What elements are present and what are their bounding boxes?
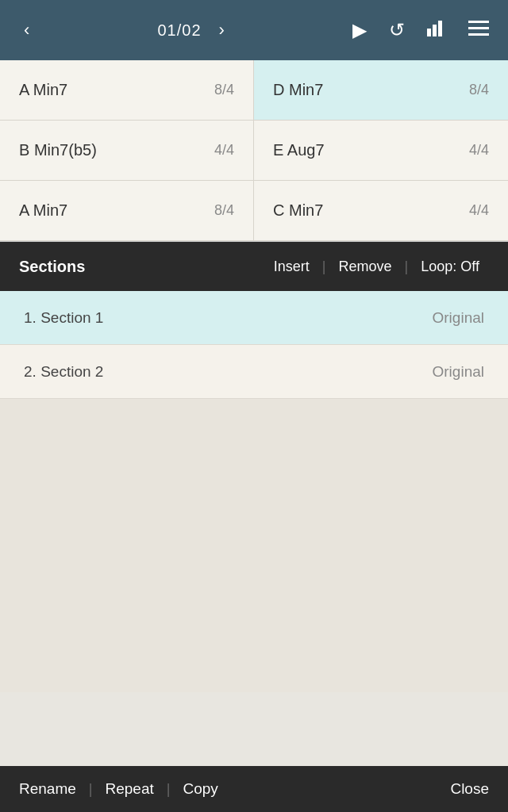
svg-rect-4: [468, 27, 489, 29]
play-button[interactable]: ▶: [352, 19, 367, 41]
chord-cell-0[interactable]: A Min7 8/4: [0, 60, 254, 121]
section-label-0: 1. Section 1: [24, 309, 103, 327]
chord-cell-5[interactable]: C Min7 4/4: [254, 181, 508, 241]
loop-toggle[interactable]: Loop: Off: [411, 259, 489, 275]
chord-time-3: 4/4: [469, 142, 489, 159]
chord-cell-1[interactable]: D Min7 8/4: [254, 60, 508, 121]
top-action-buttons: ▶ ↺: [352, 19, 489, 41]
chord-name-3: E Aug7: [273, 141, 325, 159]
chord-name-5: C Min7: [273, 201, 323, 220]
sections-action-buttons: Insert | Remove | Loop: Off: [264, 259, 489, 275]
chord-name-1: D Min7: [273, 81, 323, 99]
next-page-button[interactable]: ›: [214, 15, 229, 45]
sections-empty-area: [0, 399, 508, 692]
chord-name-0: A Min7: [19, 81, 67, 99]
prev-page-button[interactable]: ‹: [19, 15, 34, 45]
svg-rect-0: [427, 29, 431, 36]
page-indicator: 01/02: [157, 21, 201, 40]
chord-time-5: 4/4: [469, 202, 489, 219]
sections-title: Sections: [19, 258, 264, 276]
section-item-0[interactable]: 1. Section 1 Original: [0, 291, 508, 345]
chord-cell-2[interactable]: B Min7(b5) 4/4: [0, 121, 254, 181]
sections-header: Sections Insert | Remove | Loop: Off: [0, 242, 508, 291]
chord-name-4: A Min7: [19, 201, 67, 220]
svg-rect-5: [468, 33, 489, 36]
chord-grid: A Min7 8/4 D Min7 8/4 B Min7(b5) 4/4 E A…: [0, 60, 508, 242]
section-label-1: 2. Section 2: [24, 363, 103, 381]
chord-time-1: 8/4: [469, 82, 489, 98]
divider-2: |: [402, 259, 412, 275]
chord-cell-3[interactable]: E Aug7 4/4: [254, 121, 508, 181]
repeat-button[interactable]: Repeat: [106, 780, 154, 798]
svg-rect-3: [468, 21, 489, 23]
chord-cell-4[interactable]: A Min7 8/4: [0, 181, 254, 241]
remove-button[interactable]: Remove: [329, 259, 402, 275]
section-type-1: Original: [433, 363, 484, 381]
undo-button[interactable]: ↺: [389, 19, 405, 41]
rename-button[interactable]: Rename: [19, 780, 76, 798]
chord-name-2: B Min7(b5): [19, 141, 97, 159]
svg-rect-2: [438, 21, 442, 36]
chord-time-0: 8/4: [214, 82, 234, 98]
section-type-0: Original: [433, 309, 484, 327]
svg-rect-1: [433, 25, 437, 36]
stats-icon[interactable]: [427, 19, 446, 41]
section-item-1[interactable]: 2. Section 2 Original: [0, 345, 508, 399]
copy-button[interactable]: Copy: [183, 780, 217, 798]
sections-list: 1. Section 1 Original 2. Section 2 Origi…: [0, 291, 508, 399]
chord-time-4: 8/4: [214, 202, 234, 219]
chord-time-2: 4/4: [214, 142, 234, 159]
insert-button[interactable]: Insert: [264, 259, 319, 275]
menu-button[interactable]: [468, 19, 489, 41]
divider-1: |: [319, 259, 329, 275]
top-navigation-bar: ‹ 01/02 › ▶ ↺: [0, 0, 508, 60]
bottom-divider-2: |: [154, 781, 183, 798]
bottom-divider-1: |: [76, 781, 106, 798]
bottom-bar: Rename | Repeat | Copy Close: [0, 766, 508, 812]
close-button[interactable]: Close: [450, 780, 489, 798]
